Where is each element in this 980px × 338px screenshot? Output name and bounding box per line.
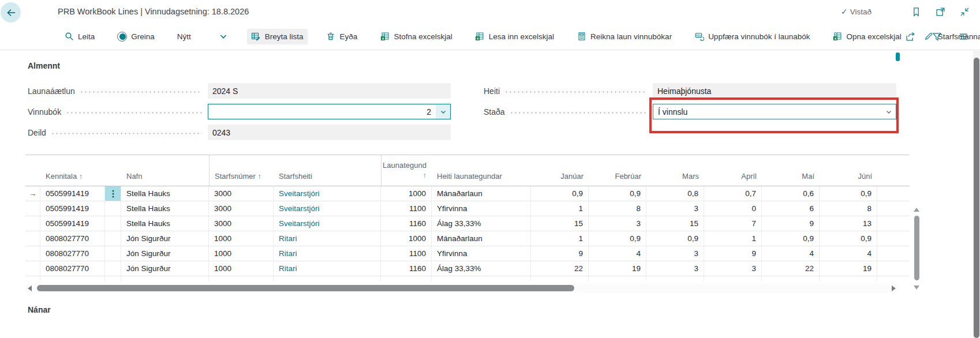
cell-month-januar[interactable]: 9 [531,246,589,261]
heiti-input[interactable]: Heimaþjónusta [653,83,896,99]
toolbar-edit-list-button[interactable]: Breyta lista [247,29,308,44]
cell-nafn[interactable]: Jón Sigurður [121,261,209,276]
cell-month-april[interactable]: 3 [704,261,762,276]
vinnubok-combobox[interactable]: 2 [208,104,451,119]
column-header-nafn[interactable]: Nafn [121,155,209,186]
open-in-window-button[interactable] [935,6,945,17]
cell-kennitala[interactable]: 0505991419 [40,201,105,216]
row-menu-cell[interactable] [105,216,121,231]
cell-month-januar[interactable]: 22 [531,261,589,276]
cell-month-april[interactable]: 0,7 [704,186,762,201]
cell-heiti-launategundar[interactable]: Yfirvinna [432,201,531,216]
column-header-launategund[interactable]: Launategund↑ [381,155,432,186]
collapse-button[interactable] [959,6,970,17]
back-button[interactable] [1,2,21,22]
cell-month-april[interactable]: 1 [704,231,762,246]
cell-month-mars[interactable]: 3 [646,246,704,261]
share-button[interactable] [905,31,915,42]
grid-vertical-scrollbar-thumb[interactable] [914,216,919,280]
column-header-kennitala[interactable]: Kennitala ↑ [40,155,121,186]
cell-starfsheiti-link[interactable]: Ritari [274,261,381,276]
cell-month-februar[interactable]: 4 [589,246,646,261]
toolbar-calculate-wages-button[interactable]: Reikna laun vinnubókar [573,29,676,44]
column-header-mai[interactable]: Maí [762,155,820,186]
cell-starfsheiti-link[interactable]: Sveitarstjóri [274,201,381,216]
cell-starfsnumer[interactable]: 1000 [209,246,274,261]
cell-month-juni[interactable]: 4 [820,246,877,261]
column-header-starfsnumer[interactable]: Starfsnúmer ↑ [209,155,274,186]
cell-month-april[interactable]: 0 [704,201,762,216]
cell-kennitala[interactable]: 0808027770 [40,246,105,261]
scroll-left-arrow-icon[interactable] [28,286,32,291]
cell-month-mai[interactable]: 9 [762,216,820,231]
page-scrollbar-thumb[interactable] [974,58,979,338]
cell-launategund[interactable]: 1100 [381,201,432,216]
cell-launategund[interactable]: 1160 [381,216,432,231]
toolbar-analyze-toggle-button[interactable]: Greina [113,29,159,44]
column-header-heiti_launategundar[interactable]: Heiti launategundar [432,155,531,186]
cell-heiti-launategundar[interactable]: Álag 33,33% [432,216,531,231]
filter-button[interactable] [932,31,942,42]
toolbar-update-workbook-button[interactable]: AbcUppfæra vinnubók í launabók [690,29,814,44]
bookmark-button[interactable] [911,6,921,17]
cell-month-februar[interactable]: 19 [589,261,646,276]
cell-nafn[interactable]: Stella Hauks [121,186,209,201]
row-menu-cell[interactable] [105,246,121,261]
chevron-down-icon[interactable] [436,104,450,119]
cell-month-januar[interactable]: 1 [531,231,589,246]
cell-launategund[interactable]: 1160 [381,261,432,276]
column-header-januar[interactable]: Janúar [531,155,589,186]
cell-starfsnumer[interactable]: 3000 [209,186,274,201]
cell-starfsnumer[interactable]: 1000 [209,261,274,276]
cell-kennitala[interactable]: 0505991419 [40,186,105,201]
cell-month-mai[interactable]: 22 [762,261,820,276]
cell-nafn[interactable]: Jón Sigurður [121,231,209,246]
cell-month-juni[interactable]: 0,9 [820,231,877,246]
pane-scrollbar-thumb[interactable] [896,52,900,61]
column-header-juni[interactable]: Júní [820,155,877,186]
cell-heiti-launategundar[interactable]: Álag 33,33% [432,261,531,276]
toolbar-search-button[interactable]: Leita [60,29,99,44]
cell-heiti-launategundar[interactable]: Mánaðarlaun [432,186,531,201]
toolbar-new-dropdown-button[interactable] [215,29,233,44]
cell-starfsheiti-link[interactable]: Ritari [274,246,381,261]
cell-kennitala[interactable]: 0808027770 [40,261,105,276]
cell-launategund[interactable]: 1000 [381,186,432,201]
list-options-button[interactable] [958,31,968,42]
row-menu-cell[interactable] [105,231,121,246]
horizontal-scrollbar-thumb[interactable] [37,285,574,291]
row-menu-cell[interactable] [105,201,121,216]
cell-launategund[interactable]: 1000 [381,231,432,246]
cell-month-april[interactable]: 9 [704,246,762,261]
chevron-down-icon[interactable] [881,104,896,119]
cell-month-juni[interactable]: 19 [820,261,877,276]
column-header-starfsheiti[interactable]: Starfsheiti [274,155,381,186]
cell-month-mars[interactable]: 0,8 [646,186,704,201]
cell-starfsnumer[interactable]: 3000 [209,216,274,231]
cell-month-mars[interactable]: 15 [646,216,704,231]
cell-month-mai[interactable]: 0,6 [762,186,820,201]
cell-month-juni[interactable]: 8 [820,201,877,216]
cell-month-februar[interactable]: 0,9 [589,231,646,246]
column-header-mars[interactable]: Mars [646,155,704,186]
cell-nafn[interactable]: Stella Hauks [121,216,209,231]
toolbar-delete-button[interactable]: Eyða [322,29,362,44]
toolbar-new-button[interactable]: Nýtt [173,29,195,44]
cell-month-februar[interactable]: 3 [589,216,646,231]
stada-combobox[interactable]: Í vinnslu [653,104,896,119]
cell-starfsheiti-link[interactable]: Sveitarstjóri [274,186,381,201]
select-all-corner[interactable] [25,155,40,186]
scroll-down-arrow-icon[interactable] [914,286,919,290]
column-header-april[interactable]: Apríl [704,155,762,186]
cell-month-mars[interactable]: 3 [646,261,704,276]
cell-month-mai[interactable]: 6 [762,201,820,216]
cell-heiti-launategundar[interactable]: Yfirvinna [432,246,531,261]
cell-kennitala[interactable]: 0808027770 [40,231,105,246]
cell-month-februar[interactable]: 8 [589,201,646,216]
cell-starfsheiti-link[interactable]: Sveitarstjóri [274,216,381,231]
cell-starfsheiti-link[interactable]: Ritari [274,231,381,246]
cell-heiti-launategundar[interactable]: Mánaðarlaun [432,231,531,246]
cell-month-januar[interactable]: 1 [531,201,589,216]
cell-kennitala[interactable]: 0505991419 [40,216,105,231]
launaaaetlun-input[interactable]: 2024 S [208,83,451,99]
